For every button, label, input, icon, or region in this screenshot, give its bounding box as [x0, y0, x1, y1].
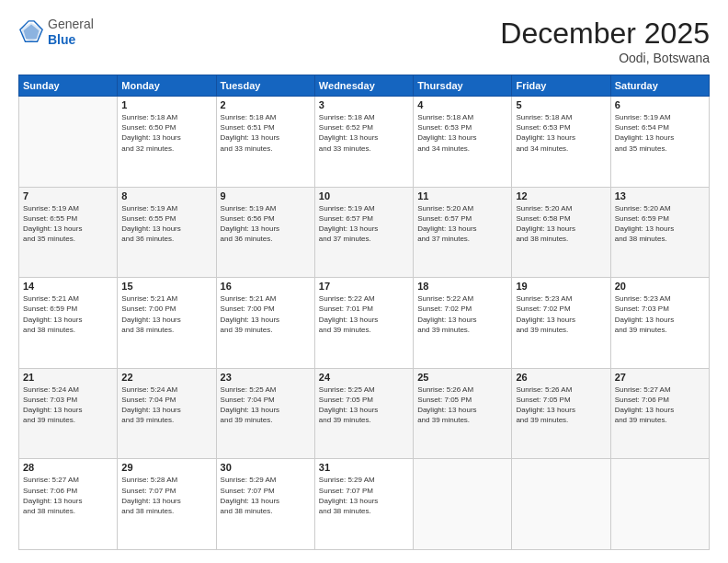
- logo-general: General: [48, 17, 94, 32]
- month-year: December 2025: [500, 17, 710, 51]
- calendar-cell: 11Sunrise: 5:20 AM Sunset: 6:57 PM Dayli…: [414, 187, 512, 278]
- calendar-cell: 1Sunrise: 5:18 AM Sunset: 6:50 PM Daylig…: [118, 97, 216, 188]
- day-number: 15: [121, 281, 211, 292]
- day-header-thursday: Thursday: [414, 75, 512, 97]
- day-number: 8: [121, 190, 211, 201]
- day-info: Sunrise: 5:19 AM Sunset: 6:57 PM Dayligh…: [319, 203, 409, 245]
- day-number: 16: [221, 281, 311, 292]
- day-info: Sunrise: 5:19 AM Sunset: 6:56 PM Dayligh…: [221, 203, 311, 245]
- calendar-cell: 16Sunrise: 5:21 AM Sunset: 7:00 PM Dayli…: [216, 278, 314, 369]
- calendar-week-row: 28Sunrise: 5:27 AM Sunset: 7:06 PM Dayli…: [19, 459, 710, 550]
- calendar-cell: 24Sunrise: 5:25 AM Sunset: 7:05 PM Dayli…: [314, 368, 413, 459]
- day-number: 28: [23, 462, 113, 473]
- calendar-cell: 29Sunrise: 5:28 AM Sunset: 7:07 PM Dayli…: [118, 459, 216, 550]
- day-header-saturday: Saturday: [610, 75, 709, 97]
- day-number: 17: [319, 281, 409, 292]
- calendar-cell: 9Sunrise: 5:19 AM Sunset: 6:56 PM Daylig…: [216, 187, 314, 278]
- calendar-cell: 5Sunrise: 5:18 AM Sunset: 6:53 PM Daylig…: [512, 97, 610, 188]
- day-number: 23: [221, 372, 311, 383]
- day-number: 31: [319, 462, 409, 473]
- calendar-cell: 23Sunrise: 5:25 AM Sunset: 7:04 PM Dayli…: [216, 368, 314, 459]
- day-number: 24: [319, 372, 409, 383]
- calendar-cell: 31Sunrise: 5:29 AM Sunset: 7:07 PM Dayli…: [314, 459, 413, 550]
- day-info: Sunrise: 5:18 AM Sunset: 6:53 PM Dayligh…: [417, 112, 507, 154]
- day-info: Sunrise: 5:20 AM Sunset: 6:59 PM Dayligh…: [615, 203, 705, 245]
- day-header-tuesday: Tuesday: [216, 75, 314, 97]
- logo-text: General Blue: [48, 17, 94, 48]
- day-info: Sunrise: 5:28 AM Sunset: 7:07 PM Dayligh…: [121, 475, 211, 516]
- logo-blue: Blue: [48, 32, 94, 48]
- title-block: December 2025 Oodi, Botswana: [500, 17, 710, 65]
- day-number: 20: [615, 281, 705, 292]
- day-info: Sunrise: 5:22 AM Sunset: 7:01 PM Dayligh…: [319, 293, 409, 335]
- calendar-cell: 8Sunrise: 5:19 AM Sunset: 6:55 PM Daylig…: [118, 187, 216, 278]
- page: General Blue December 2025 Oodi, Botswan…: [0, 0, 728, 563]
- day-header-wednesday: Wednesday: [314, 75, 413, 97]
- calendar-cell: 26Sunrise: 5:26 AM Sunset: 7:05 PM Dayli…: [512, 368, 610, 459]
- day-number: 5: [516, 99, 606, 110]
- calendar-cell: 25Sunrise: 5:26 AM Sunset: 7:05 PM Dayli…: [414, 368, 512, 459]
- day-number: 1: [121, 99, 211, 110]
- day-info: Sunrise: 5:21 AM Sunset: 6:59 PM Dayligh…: [23, 293, 113, 335]
- calendar-cell: 30Sunrise: 5:29 AM Sunset: 7:07 PM Dayli…: [216, 459, 314, 550]
- calendar-cell: 2Sunrise: 5:18 AM Sunset: 6:51 PM Daylig…: [216, 97, 314, 188]
- day-number: 9: [221, 190, 311, 201]
- day-info: Sunrise: 5:26 AM Sunset: 7:05 PM Dayligh…: [516, 385, 606, 426]
- day-info: Sunrise: 5:19 AM Sunset: 6:55 PM Dayligh…: [23, 203, 113, 245]
- calendar-cell: 7Sunrise: 5:19 AM Sunset: 6:55 PM Daylig…: [19, 187, 118, 278]
- day-info: Sunrise: 5:27 AM Sunset: 7:06 PM Dayligh…: [615, 385, 705, 426]
- day-number: 29: [121, 462, 211, 473]
- location: Oodi, Botswana: [500, 51, 710, 65]
- day-number: 19: [516, 281, 606, 292]
- day-number: 21: [23, 372, 113, 383]
- day-number: 14: [23, 281, 113, 292]
- calendar-cell: 18Sunrise: 5:22 AM Sunset: 7:02 PM Dayli…: [414, 278, 512, 369]
- calendar-cell: 17Sunrise: 5:22 AM Sunset: 7:01 PM Dayli…: [314, 278, 413, 369]
- day-info: Sunrise: 5:23 AM Sunset: 7:03 PM Dayligh…: [615, 293, 705, 335]
- day-info: Sunrise: 5:20 AM Sunset: 6:58 PM Dayligh…: [516, 203, 606, 245]
- calendar-week-row: 7Sunrise: 5:19 AM Sunset: 6:55 PM Daylig…: [19, 187, 710, 278]
- calendar-cell: [610, 459, 709, 550]
- day-info: Sunrise: 5:19 AM Sunset: 6:55 PM Dayligh…: [121, 203, 211, 245]
- day-info: Sunrise: 5:24 AM Sunset: 7:03 PM Dayligh…: [23, 385, 113, 426]
- day-header-friday: Friday: [512, 75, 610, 97]
- calendar-cell: 20Sunrise: 5:23 AM Sunset: 7:03 PM Dayli…: [610, 278, 709, 369]
- calendar-cell: 28Sunrise: 5:27 AM Sunset: 7:06 PM Dayli…: [19, 459, 118, 550]
- calendar-cell: 21Sunrise: 5:24 AM Sunset: 7:03 PM Dayli…: [19, 368, 118, 459]
- calendar-cell: 6Sunrise: 5:19 AM Sunset: 6:54 PM Daylig…: [610, 97, 709, 188]
- calendar-cell: [512, 459, 610, 550]
- day-info: Sunrise: 5:25 AM Sunset: 7:04 PM Dayligh…: [221, 385, 311, 426]
- day-info: Sunrise: 5:21 AM Sunset: 7:00 PM Dayligh…: [121, 293, 211, 335]
- day-info: Sunrise: 5:23 AM Sunset: 7:02 PM Dayligh…: [516, 293, 606, 335]
- day-info: Sunrise: 5:18 AM Sunset: 6:50 PM Dayligh…: [121, 112, 211, 154]
- day-info: Sunrise: 5:24 AM Sunset: 7:04 PM Dayligh…: [121, 385, 211, 426]
- day-info: Sunrise: 5:29 AM Sunset: 7:07 PM Dayligh…: [221, 475, 311, 516]
- day-info: Sunrise: 5:18 AM Sunset: 6:52 PM Dayligh…: [319, 112, 409, 154]
- calendar-cell: 19Sunrise: 5:23 AM Sunset: 7:02 PM Dayli…: [512, 278, 610, 369]
- day-number: 12: [516, 190, 606, 201]
- day-number: 18: [417, 281, 507, 292]
- calendar-cell: 13Sunrise: 5:20 AM Sunset: 6:59 PM Dayli…: [610, 187, 709, 278]
- calendar-week-row: 21Sunrise: 5:24 AM Sunset: 7:03 PM Dayli…: [19, 368, 710, 459]
- calendar-cell: 10Sunrise: 5:19 AM Sunset: 6:57 PM Dayli…: [314, 187, 413, 278]
- calendar-week-row: 1Sunrise: 5:18 AM Sunset: 6:50 PM Daylig…: [19, 97, 710, 188]
- day-info: Sunrise: 5:18 AM Sunset: 6:51 PM Dayligh…: [221, 112, 311, 154]
- day-info: Sunrise: 5:29 AM Sunset: 7:07 PM Dayligh…: [319, 475, 409, 516]
- day-number: 26: [516, 372, 606, 383]
- day-info: Sunrise: 5:20 AM Sunset: 6:57 PM Dayligh…: [417, 203, 507, 245]
- day-number: 22: [121, 372, 211, 383]
- day-number: 13: [615, 190, 705, 201]
- day-info: Sunrise: 5:22 AM Sunset: 7:02 PM Dayligh…: [417, 293, 507, 335]
- day-number: 6: [615, 99, 705, 110]
- day-number: 4: [417, 99, 507, 110]
- day-info: Sunrise: 5:27 AM Sunset: 7:06 PM Dayligh…: [23, 475, 113, 516]
- calendar-header-row: SundayMondayTuesdayWednesdayThursdayFrid…: [19, 75, 710, 97]
- day-info: Sunrise: 5:18 AM Sunset: 6:53 PM Dayligh…: [516, 112, 606, 154]
- day-number: 2: [221, 99, 311, 110]
- day-info: Sunrise: 5:25 AM Sunset: 7:05 PM Dayligh…: [319, 385, 409, 426]
- day-header-monday: Monday: [118, 75, 216, 97]
- day-number: 25: [417, 372, 507, 383]
- header: General Blue December 2025 Oodi, Botswan…: [18, 17, 710, 65]
- calendar-cell: 12Sunrise: 5:20 AM Sunset: 6:58 PM Dayli…: [512, 187, 610, 278]
- logo: General Blue: [18, 17, 94, 48]
